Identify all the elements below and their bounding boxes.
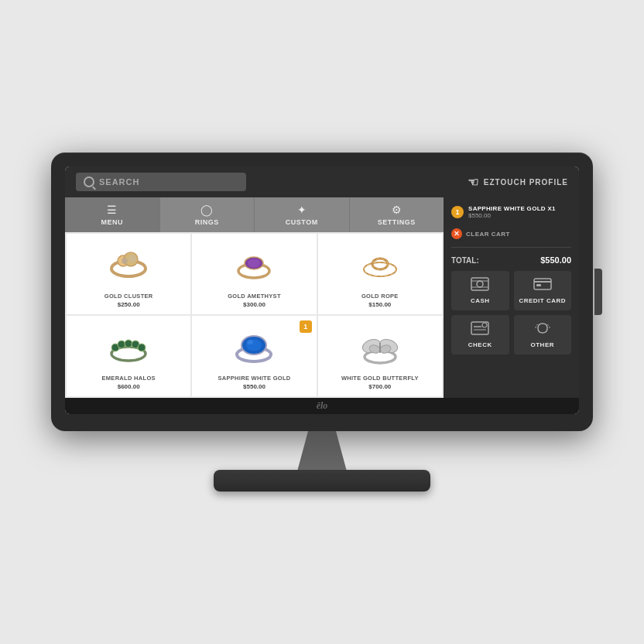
product-price-1: $250.00 [118,301,140,308]
monitor-stand-neck [287,431,357,470]
other-icon [533,321,552,338]
svg-rect-28 [471,278,488,290]
ring-butterfly-svg [353,326,407,368]
ring-rope-svg [353,244,407,286]
product-image-4 [98,324,159,370]
ring-emerald-svg [101,326,156,368]
eztouch-text: EZTOUCH PROFILE [484,178,568,187]
product-name-4: EMERALD HALOS [102,375,156,382]
product-name-2: GOLD AMETHYST [228,293,281,300]
svg-point-14 [118,341,125,348]
product-card-5[interactable]: 1 SAPPHIRE WHITE GOLD [192,316,316,396]
product-image-6 [349,324,411,370]
cart-divider [451,247,571,248]
monitor-stand-base [214,470,430,492]
svg-point-15 [125,340,132,348]
product-price-5: $550.00 [243,383,265,390]
svg-point-29 [477,281,483,287]
hand-icon: ☜ [468,175,479,190]
other-button[interactable]: OTHER [514,315,572,355]
settings-icon: ⚙ [392,204,402,216]
svg-point-17 [138,344,146,351]
ring-cluster-svg [101,244,156,286]
svg-point-38 [482,323,487,327]
svg-rect-32 [534,279,551,289]
tab-custom[interactable]: ✦ CUSTOM [255,197,350,232]
tab-rings[interactable]: ◯ RINGS [160,197,255,232]
payment-buttons: CASH [451,271,571,355]
ring-amethyst-svg [227,244,281,286]
product-section: ☰ MENU ◯ RINGS ✦ CUSTOM [65,197,444,398]
menu-icon: ☰ [107,204,117,216]
eztouch-area: ☜ elo EZTOUCH PROFILE [468,175,568,190]
total-amount: $550.00 [540,255,571,265]
cash-label: CASH [471,297,490,304]
monitor-screen: SEARCH ☜ elo EZTOUCH PROFILE ☰ [65,166,579,414]
check-icon [471,321,489,338]
card-reader [594,269,602,315]
svg-point-4 [128,255,136,262]
screen-content: SEARCH ☜ elo EZTOUCH PROFILE ☰ [65,166,579,414]
search-box[interactable]: SEARCH [76,173,246,191]
cart-item-info: SAPPHIRE WHITE GOLD X1 $550.00 [468,205,571,219]
custom-icon: ✦ [297,204,307,216]
product-name-3: GOLD ROPE [361,293,399,300]
other-label: OTHER [531,341,555,348]
clear-cart-button[interactable]: ✕ CLEAR CART [451,228,571,239]
check-button[interactable]: CHECK [451,315,509,355]
product-grid: GOLD CLUSTER $250.00 [65,232,444,398]
monitor-bezel: SEARCH ☜ elo EZTOUCH PROFILE ☰ [51,152,593,431]
svg-rect-34 [536,284,541,286]
cash-button[interactable]: CASH [451,271,509,310]
credit-card-label: CREDIT CARD [519,297,566,304]
cart-item-price: $550.00 [468,212,571,219]
product-price-6: $700.00 [368,383,391,390]
credit-card-button[interactable]: CREDIT CARD [514,271,572,310]
cart-item-name: SAPPHIRE WHITE GOLD X1 [468,205,571,212]
svg-point-10 [372,259,388,269]
credit-card-icon [533,277,552,294]
product-badge-5: 1 [300,320,312,333]
product-card-2[interactable]: GOLD AMETHYST $300.00 [192,234,316,314]
product-name-6: WHITE GOLD BUTTERFLY [341,375,419,382]
elo-logo-bar: ēlo [65,398,579,414]
product-name-1: GOLD CLUSTER [104,293,153,300]
svg-point-7 [248,259,260,267]
tab-settings[interactable]: ⚙ SETTINGS [350,197,444,232]
clear-icon: ✕ [451,228,462,239]
svg-rect-35 [471,322,488,334]
product-card-1[interactable]: GOLD CLUSTER $250.00 [67,234,190,314]
product-price-4: $600.00 [118,383,140,390]
product-card-6[interactable]: WHITE GOLD BUTTERFLY $700.00 [318,316,442,396]
ring-sapphire-svg [227,326,281,368]
svg-point-21 [247,340,253,344]
product-name-5: SAPPHIRE WHITE GOLD [218,375,290,382]
total-label: TOTAL: [451,256,479,265]
product-price-2: $300.00 [243,301,265,308]
search-icon [84,176,94,187]
monitor-wrapper: SEARCH ☜ elo EZTOUCH PROFILE ☰ [51,152,593,492]
tab-settings-label: SETTINGS [378,218,416,226]
product-image-3 [349,242,411,288]
product-card-4[interactable]: EMERALD HALOS $600.00 [67,316,190,396]
nav-tabs: ☰ MENU ◯ RINGS ✦ CUSTOM [65,197,444,232]
product-image-1 [98,242,159,288]
svg-point-3 [122,258,128,264]
top-bar: SEARCH ☜ elo EZTOUCH PROFILE [65,166,579,197]
search-label: SEARCH [99,177,139,187]
tab-custom-label: CUSTOM [286,218,318,226]
check-label: CHECK [468,341,492,348]
product-image-2 [223,242,285,288]
content-area: ☰ MENU ◯ RINGS ✦ CUSTOM [65,197,579,398]
product-card-3[interactable]: GOLD ROPE $150.00 [318,234,442,314]
product-image-5 [223,324,285,370]
clear-cart-label: CLEAR CART [466,231,510,238]
cart-section: 1 SAPPHIRE WHITE GOLD X1 $550.00 ✕ CLEAR… [444,197,579,398]
tab-menu[interactable]: ☰ MENU [65,197,160,232]
cash-icon [471,277,489,294]
total-row: TOTAL: $550.00 [451,255,571,265]
brand-logo: ēlo [317,400,328,411]
cart-item-1: 1 SAPPHIRE WHITE GOLD X1 $550.00 [451,205,571,219]
product-price-3: $150.00 [368,301,391,308]
cart-item-badge: 1 [451,206,464,218]
